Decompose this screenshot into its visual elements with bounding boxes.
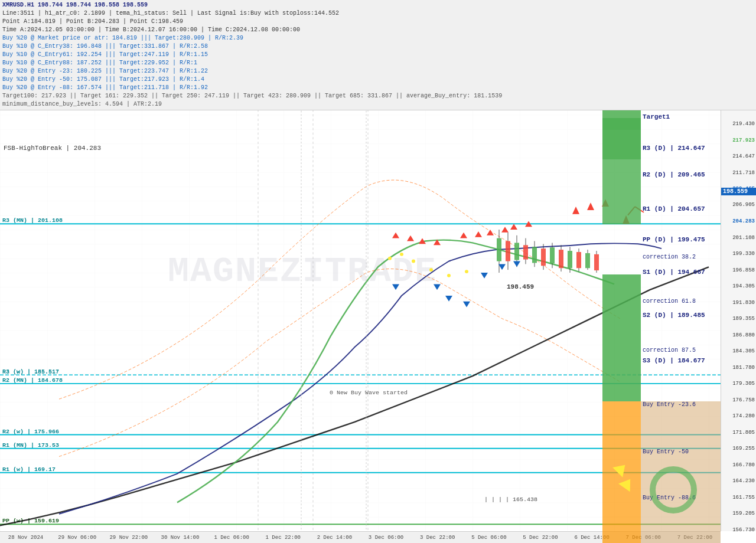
svg-point-64 [412, 260, 415, 263]
label-correction87: correction 87.5 [643, 347, 696, 354]
svg-text:R2 (MN) | 184.678: R2 (MN) | 184.678 [2, 377, 63, 384]
time-tick-1: 29 Nov 06:00 [51, 535, 103, 541]
time-tick-2: 29 Nov 22:00 [103, 535, 154, 541]
svg-rect-26 [514, 243, 519, 260]
label-s1d: S1 (D) | 194.667 [643, 269, 705, 276]
svg-text:R1 (w) | 169.17: R1 (w) | 169.17 [2, 466, 56, 473]
price-tick-196: 196.858 [732, 267, 755, 273]
price-tick-214: 214.647 [732, 153, 755, 159]
label-ppd: PP (D) | 199.475 [643, 236, 705, 243]
svg-rect-24 [506, 241, 510, 261]
fsb-label: FSB-HighToBreak | 204.283 [2, 145, 102, 152]
svg-text:| | | | 165.438: | | | | 165.438 [484, 496, 537, 503]
price-tick-171: 171.805 [732, 430, 755, 436]
svg-rect-40 [576, 252, 581, 268]
time-tick-9: 5 Dec 06:00 [463, 535, 514, 541]
label-correction38: correction 38.2 [643, 254, 696, 260]
price-tick-156: 156.730 [732, 527, 755, 533]
price-tick-169: 169.255 [732, 446, 755, 452]
price-tick-166: 166.780 [732, 462, 755, 468]
header-line5: Buy %20 @ Market price or atr: 184.819 |… [2, 34, 754, 42]
time-tick-7: 3 Dec 06:00 [360, 535, 412, 541]
price-tick-211: 211.718 [732, 170, 755, 176]
price-tick-204: 204.283 [732, 218, 755, 224]
label-r3d: R3 (D) | 214.647 [643, 145, 705, 152]
header-line1: XMRUSD.H1 198.744 198.744 198.558 198.55… [2, 1, 754, 9]
header-line9: Buy %20 @ Entry -23: 180.225 ||| Target:… [2, 67, 754, 76]
header-line3: Point A:184.819 | Point B:204.283 | Poin… [2, 18, 754, 26]
svg-rect-30 [532, 247, 537, 263]
price-tick-219: 219.430 [732, 121, 755, 127]
time-tick-6: 2 Dec 14:00 [309, 535, 360, 541]
price-tick-174: 174.280 [732, 413, 755, 419]
time-tick-0: 28 Nov 2024 [0, 535, 51, 541]
right-panel: 100 R3 (D) | 214.647 Target1 R2 (D) | 20… [602, 100, 721, 531]
svg-text:R1 (MN) | 173.53: R1 (MN) | 173.53 [2, 442, 59, 449]
time-tick-8: 3 Dec 22:00 [412, 535, 463, 541]
svg-point-63 [400, 253, 403, 256]
price-tick-217: 217.923 [732, 138, 755, 143]
price-tick-189: 189.355 [732, 316, 755, 322]
header-line2: Line:3511 | h1_atr_c0: 2.1899 | tema_h1_… [2, 9, 754, 18]
svg-point-62 [388, 257, 392, 260]
price-tick-194: 194.305 [732, 283, 755, 289]
header-line4: Time A:2024.12.05 03:00:00 | Time B:2024… [2, 26, 754, 34]
label-r1d: R1 (D) | 204.657 [643, 205, 705, 212]
logo-circle [650, 466, 697, 513]
label-target1: Target1 [643, 113, 670, 120]
header-line13: minimum_distance_buy_levels: 4.594 | ATR… [2, 100, 754, 109]
label-buy-entry-50: Buy Entry -50 [643, 449, 689, 455]
svg-text:0 New Buy Wave started: 0 New Buy Wave started [330, 390, 408, 396]
current-price-value: 198.559 [723, 188, 748, 195]
header-line12: Target100: 217.923 || Target 161: 229.35… [2, 92, 754, 100]
info-bar: XMRUSD.H1 198.744 198.744 198.558 198.55… [0, 0, 756, 110]
header-line7: Buy %10 @ C_Entry61: 192.254 ||| Target:… [2, 51, 754, 59]
time-tick-10: 5 Dec 22:00 [514, 535, 566, 541]
price-tick-201: 201.108 [732, 235, 755, 241]
time-tick-3: 30 Nov 14:00 [154, 535, 206, 541]
svg-text:R2 (w) | 175.966: R2 (w) | 175.966 [2, 428, 59, 435]
price-tick-191: 191.830 [732, 300, 755, 306]
label-s2d: S2 (D) | 189.485 [643, 312, 705, 319]
svg-text:R3 (w) | 185.517: R3 (w) | 185.517 [2, 369, 59, 375]
price-tick-164: 164.230 [732, 478, 755, 484]
price-tick-206: 206.905 [732, 202, 755, 208]
label-buy-entry-23: Buy Entry -23.6 [643, 401, 696, 408]
svg-rect-28 [523, 245, 528, 259]
header-line11: Buy %20 @ Entry -88: 167.574 ||| Target:… [2, 84, 754, 92]
price-tick-184: 184.305 [732, 348, 755, 354]
header-line8: Buy %10 @ C_Entry88: 187.252 ||| Target:… [2, 59, 754, 67]
svg-rect-34 [550, 247, 555, 263]
header-line10: Buy %20 @ Entry -50: 175.087 ||| Target:… [2, 76, 754, 84]
current-price-box: 198.559 [721, 188, 756, 195]
label-correction61: correction 61.8 [643, 298, 696, 305]
zone-target1-green [602, 118, 641, 224]
svg-text:R3 (MN) | 201.108: R3 (MN) | 201.108 [2, 217, 63, 224]
price-tick-161: 161.755 [732, 495, 755, 501]
svg-point-67 [465, 270, 468, 273]
zone-main-green [602, 274, 641, 401]
price-tick-159: 159.205 [732, 511, 755, 516]
svg-rect-32 [541, 248, 546, 266]
svg-rect-22 [497, 238, 501, 261]
svg-point-65 [429, 268, 433, 272]
chart-container: XMRUSD.H1 198.744 198.744 198.558 198.55… [0, 0, 756, 543]
price-tick-176: 176.758 [732, 397, 755, 403]
svg-rect-44 [594, 254, 599, 270]
header-line6: Buy %10 @ C_Entry38: 196.848 ||| Target:… [2, 42, 754, 51]
label-s3d: S3 (D) | 184.677 [643, 357, 705, 364]
svg-rect-36 [559, 250, 563, 268]
price-tick-181: 181.780 [732, 365, 755, 371]
label-r2d: R2 (D) | 209.465 [643, 171, 705, 178]
svg-point-66 [447, 274, 451, 277]
svg-rect-38 [568, 251, 572, 268]
price-tick-186: 186.880 [732, 332, 755, 338]
time-tick-4: 1 Dec 06:00 [206, 535, 258, 541]
price-tick-179: 179.305 [732, 381, 755, 387]
price-scale: 198.559 221.905 219.430 217.923 214.647 … [721, 100, 756, 531]
svg-rect-42 [585, 253, 590, 268]
svg-text:198.459: 198.459 [507, 283, 534, 290]
time-tick-5: 1 Dec 22:00 [258, 535, 309, 541]
price-tick-199: 199.330 [732, 251, 755, 257]
